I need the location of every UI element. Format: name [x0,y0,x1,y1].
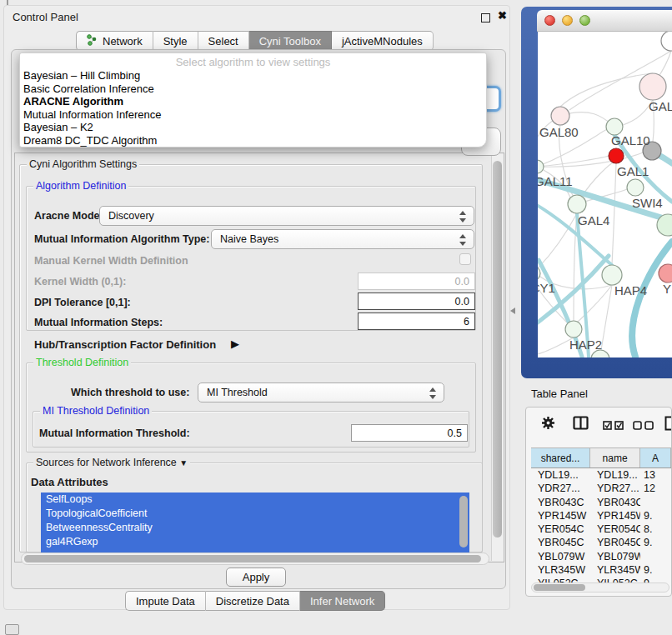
network-canvas[interactable]: GALGAL80GAL10GAL1GAL11SWI4GAL4GCY1HAP4YH… [538,32,672,358]
mi-steps-field[interactable]: 6 [358,312,475,330]
deselect-all-checkboxes-icon[interactable] [633,418,654,433]
network-node-hap4[interactable] [602,265,622,285]
node-label: GAL4 [578,213,609,228]
hub-definition-label[interactable]: Hub/Transcription Factor Definition [34,338,216,351]
table-row[interactable]: YER054CYER054C8. [531,523,671,537]
algorithm-option[interactable]: Basic Correlation Inference [20,82,486,96]
algorithm-option[interactable]: Dream8 DC_TDC Algorithm [20,134,486,148]
tab-cyni-toolbox[interactable]: Cyni Toolbox [249,31,332,51]
column-header[interactable]: shared... [531,448,590,468]
manual-kernel-width-label: Manual Kernel Width Definition [34,255,188,267]
collapse-arrow-icon[interactable]: ▼ [179,458,188,468]
network-window-titlebar[interactable] [537,10,672,32]
float-window-icon[interactable] [481,13,490,22]
algorithm-option[interactable]: Bayesian – K2 [20,121,486,134]
algorithm-option[interactable]: Bayesian – Hill Climbing [20,69,486,82]
network-node-gal1[interactable] [609,148,624,163]
bottom-tab-impute-data[interactable]: Impute Data [125,591,206,611]
horizontal-scrollbar-thumb[interactable] [24,555,481,562]
table-body: YDL19...YDL19...13YDR27...YDR27...12YBR0… [531,469,671,582]
data-attributes-list[interactable]: SelfLoopsTopologicalCoefficientBetweenne… [41,492,469,553]
expand-arrow-icon[interactable]: ▶ [231,338,239,350]
attribute-item[interactable]: TopologicalCoefficient [41,507,469,521]
minimize-traffic-light-icon[interactable] [562,15,573,26]
bottom-tab-discretize-data[interactable]: Discretize Data [206,591,300,611]
network-node-gal80[interactable] [551,107,569,125]
attribute-item[interactable]: SelfLoops [41,492,469,507]
tab-style[interactable]: Style [153,31,198,51]
network-node-hap2[interactable] [565,321,582,338]
bottom-tab-infer-network[interactable]: Infer Network [300,591,385,611]
table-row[interactable]: YBR045CYBR045C9. [531,537,671,550]
node-label: GAL1 [617,164,649,178]
mi-algorithm-type-combo[interactable]: Naive Bayes [211,229,474,249]
splitter-collapse-icon[interactable] [510,308,515,314]
table-cell: YDR27... [531,482,590,496]
close-traffic-light-icon[interactable] [544,15,555,26]
mi-threshold-label: Mutual Information Threshold: [39,428,190,439]
network-node-gcy1[interactable] [538,266,540,281]
attribute-item[interactable]: gal4RGexp [41,535,469,549]
mi-threshold-field[interactable]: 0.5 [351,424,468,442]
node-label: GAL80 [539,125,579,139]
mi-algorithm-type-value: Naive Bayes [220,233,278,245]
attributes-scrollbar-thumb[interactable] [459,496,468,548]
table-cell [640,551,671,564]
dpi-tolerance-field[interactable]: 0.0 [358,292,475,310]
table-cell: YLR345W [531,564,590,578]
attribute-item[interactable]: BetweennessCentrality [41,521,469,535]
node-label: SWI4 [632,196,663,210]
gear-icon[interactable] [541,416,555,433]
dpi-tolerance-label: DPI Tolerance [0,1]: [34,297,131,308]
kernel-width-field[interactable]: 0.0 [358,272,475,290]
apply-button[interactable]: Apply [226,568,286,587]
tab-select[interactable]: Select [198,31,249,51]
vertical-scrollbar-thumb[interactable] [493,161,502,538]
column-header[interactable]: name [590,448,640,468]
stepper-icon [459,210,466,223]
network-node-gal10[interactable] [606,118,623,135]
network-node-gal[interactable] [639,73,666,100]
network-window: GALGAL80GAL10GAL1GAL11SWI4GAL4GCY1HAP4YH… [521,7,672,378]
network-node[interactable] [661,32,672,51]
tab-network[interactable]: Network [76,31,153,51]
algorithm-option[interactable]: ARACNE Algorithm [20,95,486,108]
manual-kernel-width-checkbox[interactable] [459,253,471,265]
table-row[interactable]: YPR145WYPR145W9. [531,510,671,523]
close-icon[interactable]: ✖ [498,9,507,22]
node-label: GCY1 [538,281,555,295]
select-all-checkboxes-icon[interactable] [603,418,624,433]
threshold-definition-title: Threshold Definition [33,357,131,368]
table-hscrollbar-track[interactable] [531,582,669,592]
column-header[interactable]: A [640,448,671,468]
table-row[interactable]: YBL079WYBL079W [531,551,671,564]
aracne-mode-value: Discovery [108,210,154,222]
aracne-mode-label: Aracne Mode: [34,210,103,222]
table-cell: YPR145W [590,510,640,523]
node-label: HAP2 [569,338,602,352]
network-node-gal11[interactable] [538,160,544,173]
table-row[interactable]: YLR345WYLR345W9. [531,564,671,578]
mi-algorithm-type-label: Mutual Information Algorithm Type: [34,233,209,245]
aracne-mode-combo[interactable]: Discovery [99,206,474,226]
network-node-swi4[interactable] [627,179,644,196]
table-row[interactable]: YDL19...YDL19...13 [531,469,671,482]
network-graph: GALGAL80GAL10GAL1GAL11SWI4GAL4GCY1HAP4YH… [538,32,672,358]
table-row[interactable]: YDR27...YDR27...12 [531,482,671,496]
tab-jactivemnodules[interactable]: jActiveMNodules [332,31,434,51]
which-threshold-combo[interactable]: MI Threshold [198,382,444,402]
table-panel-title: Table Panel [531,388,588,400]
zoom-traffic-light-icon[interactable] [579,15,590,26]
minimized-panel-icon[interactable] [5,624,19,635]
table-cell: YER054C [531,523,590,537]
table-hscrollbar-thumb[interactable] [534,584,585,591]
table-cell: 9. [640,510,671,523]
export-table-icon[interactable] [664,416,672,434]
algorithm-option[interactable]: Mutual Information Inference [20,108,486,122]
table-row[interactable]: YBR043CYBR043C [531,497,671,510]
network-node-y[interactable] [659,264,672,282]
network-node-gal4[interactable] [568,195,586,213]
split-columns-icon[interactable] [573,416,589,433]
data-attributes-label: Data Attributes [31,476,108,488]
node-label: Y [663,282,671,296]
